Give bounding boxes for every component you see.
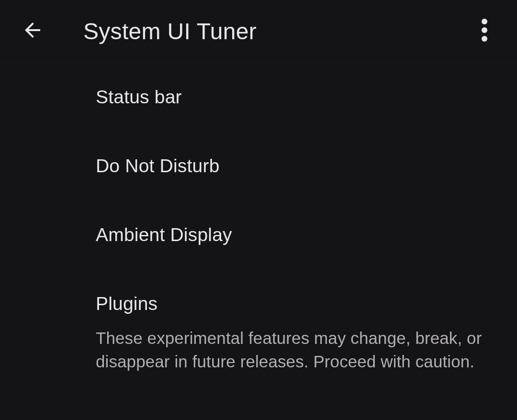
app-header: System UI Tuner (0, 0, 517, 63)
list-item-status-bar[interactable]: Status bar (96, 63, 494, 132)
svg-point-1 (482, 27, 487, 33)
svg-point-0 (482, 19, 487, 24)
list-item-plugins[interactable]: Plugins These experimental features may … (96, 269, 494, 397)
list-item-ambient-display[interactable]: Ambient Display (96, 200, 494, 269)
list-item-do-not-disturb[interactable]: Do Not Disturb (96, 132, 494, 200)
list-item-title: Plugins (96, 293, 494, 314)
back-arrow-icon (21, 19, 44, 44)
overflow-menu-button[interactable] (471, 18, 498, 44)
svg-point-2 (482, 36, 487, 42)
list-item-subtitle: These experimental features may change, … (96, 326, 494, 373)
list-item-title: Ambient Display (96, 224, 494, 245)
page-title: System UI Tuner (83, 18, 471, 44)
settings-list: Status bar Do Not Disturb Ambient Displa… (0, 63, 517, 397)
more-vert-icon (482, 18, 487, 44)
back-button[interactable] (19, 18, 46, 44)
list-item-title: Do Not Disturb (96, 155, 494, 177)
list-item-title: Status bar (96, 87, 494, 108)
